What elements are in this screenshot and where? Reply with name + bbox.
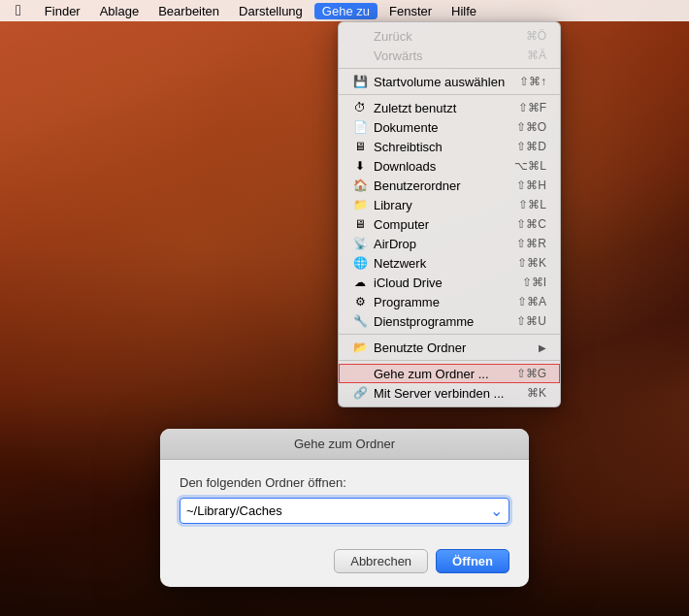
- menu-gehe-zum-ordner[interactable]: Gehe zum Ordner ... ⇧⌘G: [339, 364, 560, 383]
- menu-bearbeiten[interactable]: Bearbeiten: [150, 3, 227, 19]
- benutzte-label: Benutzte Ordner: [374, 340, 466, 355]
- schreibtisch-icon: 🖥: [352, 140, 368, 153]
- icloud-icon: ☁: [352, 276, 368, 289]
- startvolume-icon: 💾: [352, 75, 368, 88]
- menu-startvolume[interactable]: 💾 Startvolume auswählen ⇧⌘↑: [339, 72, 560, 91]
- dialog-input-wrap: ⌄: [180, 498, 509, 524]
- dokumente-shortcut: ⇧⌘O: [516, 120, 546, 134]
- zuletzt-label: Zuletzt benutzt: [374, 101, 456, 115]
- menu-ablage[interactable]: Ablage: [92, 3, 147, 19]
- menubar:  Finder Ablage Bearbeiten Darstellung G…: [0, 0, 689, 21]
- dialog-title: Gehe zum Ordner: [160, 429, 529, 460]
- benutzte-arrow: ▶: [539, 342, 546, 353]
- gehe-zum-ordner-shortcut: ⇧⌘G: [516, 367, 546, 380]
- airdrop-label: AirDrop: [374, 237, 416, 251]
- netzwerk-shortcut: ⇧⌘K: [517, 256, 546, 270]
- apple-menu[interactable]: : [8, 1, 29, 20]
- gehe-zum-ordner-dialog: Gehe zum Ordner Den folgenden Ordner öff…: [160, 429, 529, 587]
- icloud-label: iCloud Drive: [374, 276, 443, 290]
- netzwerk-icon: 🌐: [352, 256, 368, 270]
- dienstprogramme-icon: 🔧: [352, 314, 368, 328]
- menu-zuletzt[interactable]: ⏱ Zuletzt benutzt ⇧⌘F: [339, 98, 560, 117]
- menu-darstellung[interactable]: Darstellung: [231, 3, 311, 19]
- gehe-zu-dropdown: Zurück ⌘Ö Vorwärts ⌘Ä 💾 Startvolume ausw…: [338, 21, 561, 407]
- benutzerordner-shortcut: ⇧⌘H: [516, 178, 546, 192]
- menu-zurueck[interactable]: Zurück ⌘Ö: [339, 26, 560, 46]
- separator-3: [339, 334, 560, 335]
- schreibtisch-label: Schreibtisch: [374, 140, 443, 154]
- programme-label: Programme: [374, 295, 440, 309]
- computer-label: Computer: [374, 217, 429, 232]
- folder-path-input[interactable]: [186, 503, 490, 518]
- menu-gehe-zu[interactable]: Gehe zu: [314, 3, 377, 19]
- zurueck-label: Zurück: [374, 29, 412, 44]
- dialog-body: Den folgenden Ordner öffnen: ⌄: [160, 460, 529, 539]
- startvolume-shortcut: ⇧⌘↑: [519, 75, 546, 88]
- schreibtisch-shortcut: ⇧⌘D: [516, 140, 546, 153]
- menu-benutzerordner[interactable]: 🏠 Benutzerordner ⇧⌘H: [339, 176, 560, 195]
- startvolume-label: Startvolume auswählen: [374, 75, 505, 89]
- menu-benutzte-ordner[interactable]: 📂 Benutzte Ordner ▶: [339, 338, 560, 357]
- menu-hilfe[interactable]: Hilfe: [443, 3, 484, 19]
- dokumente-icon: 📄: [352, 120, 368, 134]
- benutzerordner-label: Benutzerordner: [374, 178, 461, 193]
- dienstprogramme-shortcut: ⇧⌘U: [516, 314, 546, 328]
- computer-icon: 🖥: [352, 217, 368, 231]
- menu-fenster[interactable]: Fenster: [381, 3, 440, 19]
- separator-2: [339, 94, 560, 95]
- zuletzt-icon: ⏱: [352, 101, 368, 114]
- library-icon: 📁: [352, 198, 368, 211]
- input-chevron-icon[interactable]: ⌄: [490, 502, 503, 520]
- vorwaerts-shortcut: ⌘Ä: [527, 49, 546, 62]
- zuletzt-shortcut: ⇧⌘F: [518, 101, 546, 114]
- icloud-shortcut: ⇧⌘I: [522, 276, 546, 289]
- programme-icon: ⚙: [352, 295, 368, 308]
- benutzte-icon: 📂: [352, 340, 368, 354]
- menu-icloud[interactable]: ☁ iCloud Drive ⇧⌘I: [339, 273, 560, 292]
- menu-dienstprogramme[interactable]: 🔧 Dienstprogramme ⇧⌘U: [339, 311, 560, 331]
- menu-dokumente[interactable]: 📄 Dokumente ⇧⌘O: [339, 117, 560, 137]
- separator-4: [339, 360, 560, 361]
- menu-vorwaerts[interactable]: Vorwärts ⌘Ä: [339, 46, 560, 65]
- zurueck-shortcut: ⌘Ö: [526, 29, 546, 43]
- menu-programme[interactable]: ⚙ Programme ⇧⌘A: [339, 292, 560, 311]
- menu-schreibtisch[interactable]: 🖥 Schreibtisch ⇧⌘D: [339, 137, 560, 156]
- menu-library[interactable]: 📁 Library ⇧⌘L: [339, 195, 560, 214]
- cancel-button[interactable]: Abbrechen: [334, 549, 428, 573]
- dienstprogramme-label: Dienstprogramme: [374, 314, 474, 329]
- mit-server-shortcut: ⌘K: [527, 386, 546, 400]
- menu-netzwerk[interactable]: 🌐 Netzwerk ⇧⌘K: [339, 253, 560, 273]
- menu-downloads[interactable]: ⬇ Downloads ⌥⌘L: [339, 156, 560, 176]
- menu-computer[interactable]: 🖥 Computer ⇧⌘C: [339, 214, 560, 234]
- dialog-buttons: Abbrechen Öffnen: [160, 539, 529, 587]
- computer-shortcut: ⇧⌘C: [516, 217, 546, 231]
- benutzerordner-icon: 🏠: [352, 178, 368, 192]
- separator-1: [339, 68, 560, 69]
- menu-airdrop[interactable]: 📡 AirDrop ⇧⌘R: [339, 234, 560, 253]
- dialog-label: Den folgenden Ordner öffnen:: [180, 475, 509, 490]
- confirm-button[interactable]: Öffnen: [436, 549, 509, 573]
- library-label: Library: [374, 198, 412, 212]
- gehe-zum-ordner-label: Gehe zum Ordner ...: [374, 367, 489, 381]
- mit-server-label: Mit Server verbinden ...: [374, 386, 504, 401]
- dokumente-label: Dokumente: [374, 120, 438, 135]
- programme-shortcut: ⇧⌘A: [517, 295, 546, 308]
- airdrop-icon: 📡: [352, 237, 368, 250]
- netzwerk-label: Netzwerk: [374, 256, 426, 271]
- downloads-icon: ⬇: [352, 159, 368, 173]
- downloads-shortcut: ⌥⌘L: [514, 159, 546, 173]
- downloads-label: Downloads: [374, 159, 436, 174]
- vorwaerts-label: Vorwärts: [374, 49, 423, 63]
- library-shortcut: ⇧⌘L: [518, 198, 546, 211]
- mit-server-icon: 🔗: [352, 386, 368, 400]
- menu-finder[interactable]: Finder: [37, 3, 88, 19]
- menu-mit-server[interactable]: 🔗 Mit Server verbinden ... ⌘K: [339, 383, 560, 403]
- airdrop-shortcut: ⇧⌘R: [516, 237, 546, 250]
